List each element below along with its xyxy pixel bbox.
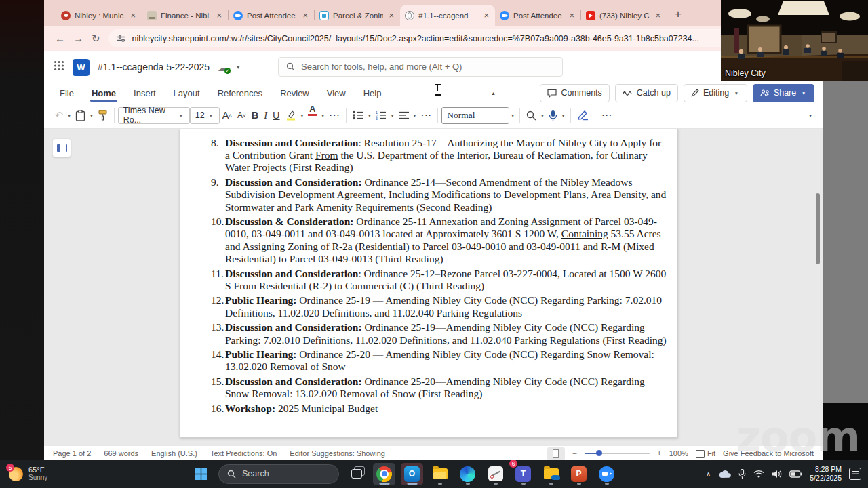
word-search-box[interactable]: Search for tools, help, and more (Alt + … [278,57,563,77]
browser-tab[interactable]: (733) Nibley C× [581,5,667,26]
tab-close-icon[interactable]: × [387,11,395,20]
teams-taskbar-icon[interactable]: T6 [512,463,534,485]
find-dropdown-icon[interactable]: ▾ [539,113,546,119]
back-icon[interactable]: ← [55,33,65,44]
zoom-slider-thumb[interactable] [596,450,602,456]
undo-button[interactable]: ↶ [52,106,66,125]
styles-dropdown-icon[interactable]: ▾ [509,113,516,119]
paragraph-overflow-button[interactable]: ··· [418,106,434,125]
document-title[interactable]: #1.1--ccagenda 5-22-2025 [98,62,210,73]
align-dropdown-icon[interactable]: ▾ [412,113,418,119]
snip-taskbar-icon[interactable] [484,463,507,485]
browser-tab[interactable]: Post Attendee× [495,5,580,26]
numbering-dropdown-icon[interactable]: ▾ [389,113,396,119]
paste-button[interactable] [73,106,88,125]
bullets-button[interactable] [350,106,366,125]
taskbar-search[interactable]: Search [218,464,339,484]
menu-layout[interactable]: Layout [165,83,209,102]
menu-home[interactable]: Home [83,83,125,102]
menu-view[interactable]: View [318,83,355,102]
dictate-button[interactable] [546,106,560,125]
find-button[interactable] [524,106,539,125]
menu-help[interactable]: Help [355,83,391,102]
undo-dropdown-icon[interactable]: ▾ [66,113,73,119]
align-button[interactable] [396,106,412,125]
underline-button[interactable]: U [270,106,282,125]
font-color-dropdown-icon[interactable]: ▾ [319,113,326,119]
fit-button[interactable]: Fit [696,449,715,458]
tab-close-icon[interactable]: × [129,11,137,20]
editing-mode-button[interactable]: Editing ▾ [684,84,747,102]
font-color-button[interactable]: A [305,106,319,125]
browser-tab[interactable]: Post Attendee× [229,5,314,26]
font-overflow-button[interactable]: ··· [326,106,342,125]
menu-references[interactable]: References [209,83,271,102]
chrome-taskbar-icon[interactable] [373,463,395,485]
highlight-button[interactable] [283,106,299,125]
editor-button[interactable] [574,106,591,125]
pane-toggle-button[interactable] [52,138,71,157]
comments-button[interactable]: Comments [540,84,609,102]
volume-icon[interactable] [772,470,782,479]
document-scrollbar[interactable] [816,193,820,264]
tray-chevron-icon[interactable]: ∧ [706,470,711,478]
taskview-taskbar-icon[interactable] [345,463,368,485]
language-indicator[interactable]: English (U.S.) [151,449,197,458]
ribbon-overflow-button[interactable]: ··· [599,106,615,125]
ribbon-options-icon[interactable]: ▾ [809,113,814,119]
explorer-taskbar-icon[interactable] [429,463,451,485]
address-bar[interactable]: nibleycity.sharepoint.com/:w:/r/sites/Ci… [108,29,812,47]
video-window[interactable]: Nibley City [721,0,868,81]
refresh-icon[interactable]: ↻ [92,33,100,45]
grow-font-button[interactable]: A˄ [220,106,235,125]
site-info-icon[interactable] [117,34,126,43]
zoom-out-button[interactable]: − [572,449,577,458]
format-painter-button[interactable] [95,106,111,125]
tab-close-icon[interactable]: × [654,11,662,20]
styles-combo[interactable]: Normal [441,107,509,124]
taskbar-clock[interactable]: 8:28 PM 5/22/2025 [810,465,842,483]
zoom-in-button[interactable]: + [657,449,662,458]
bold-button[interactable]: B [249,106,261,125]
highlight-dropdown-icon[interactable]: ▾ [299,113,306,119]
browser-tab[interactable]: Parcel & Zonin× [315,5,400,26]
tab-close-icon[interactable]: × [568,11,576,20]
shrink-font-button[interactable]: A˅ [235,106,249,125]
share-button[interactable]: Share ▾ [753,84,814,102]
font-name-combo[interactable]: Times New Ro... ▾ [118,107,190,124]
notification-center-icon[interactable] [849,468,861,480]
app-launcher-icon[interactable] [54,60,64,74]
new-tab-button[interactable]: + [675,7,682,21]
wifi-icon[interactable] [753,470,764,478]
zoom-level[interactable]: 100% [669,449,688,458]
onedrive-cloud-icon[interactable] [718,470,731,479]
browser-tab[interactable]: Nibley : Munic× [56,5,142,26]
browser-tab[interactable]: #1.1--ccagend× [400,5,495,26]
numbering-button[interactable]: 123 [373,106,389,125]
tab-close-icon[interactable]: × [482,11,490,20]
catch-up-button[interactable]: Catch up [615,84,678,102]
bullets-dropdown-icon[interactable]: ▾ [366,113,373,119]
weather-widget[interactable]: 5 65°F Sunny [0,466,47,482]
zoomapp-taskbar-icon[interactable] [595,463,618,485]
powerpoint-taskbar-icon[interactable]: P [568,463,590,485]
italic-button[interactable]: I [261,106,270,125]
title-dropdown-icon[interactable]: ▾ [237,64,240,70]
forward-icon[interactable]: → [73,33,83,44]
menu-insert[interactable]: Insert [125,83,165,102]
start-button[interactable] [190,463,212,485]
outlook-taskbar-icon[interactable]: O [401,463,423,485]
page-view-button[interactable] [547,447,565,460]
saved-to-cloud-icon[interactable]: ☁ ✓ [218,62,229,73]
onedrive-taskbar-icon[interactable] [540,463,562,485]
word-count[interactable]: 669 words [104,449,138,458]
text-predictions[interactable]: Text Predictions: On [210,449,277,458]
tab-close-icon[interactable]: × [301,11,309,20]
battery-icon[interactable] [789,470,802,478]
dictate-dropdown-icon[interactable]: ▾ [560,113,567,119]
menu-file[interactable]: File [51,83,83,102]
microphone-icon[interactable] [738,469,746,479]
browser-tab[interactable]: Finance - Nibl× [142,5,228,26]
font-size-combo[interactable]: 12 ▾ [190,107,220,124]
collapse-ribbon-icon[interactable]: ▴ [492,90,494,96]
